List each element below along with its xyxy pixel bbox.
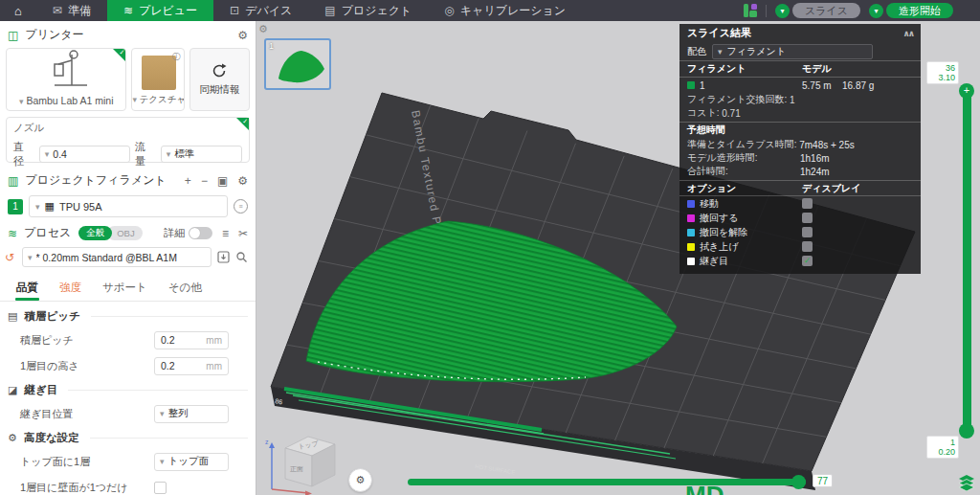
prep-time-label: 準備とタイムラプス時間: (687, 138, 796, 151)
seam-color-swatch (687, 258, 695, 265)
retract-color-swatch (687, 214, 695, 222)
slider-settings-icon[interactable]: ⚙ (348, 468, 372, 492)
process-tune-icon[interactable]: ✂ (238, 227, 248, 240)
cost-value: 0.71 (722, 108, 740, 119)
one-wall-top-select[interactable]: ▾ トップ面 (154, 453, 229, 471)
tab-device[interactable]: ⊡ デバイス (213, 0, 308, 21)
column-model: モデル (802, 62, 832, 76)
tab-strength[interactable]: 強度 (49, 278, 92, 301)
printer-settings-gear-icon[interactable]: ⚙ (237, 29, 248, 42)
printer-cards: ✓ ▾ Bambu Lab A1 mini ⓘ ▾ テクスチャ... (0, 46, 256, 111)
filament-icon: ▥ (8, 174, 18, 188)
topbar-separator (766, 5, 767, 17)
build-plate-select-card[interactable]: ⓘ ▾ テクスチャ... (131, 48, 184, 111)
home-icon[interactable]: ⌂ (0, 4, 36, 18)
seam-section-title: 継ぎ目 (24, 383, 57, 397)
save-preset-icon[interactable] (217, 251, 230, 263)
wipe-color-swatch (687, 243, 695, 251)
settings-sidebar: ◫ プリンター ⚙ ✓ ▾ Bambu Lab A1 mini (0, 21, 256, 495)
tab-calibration[interactable]: ◎ キャリブレーション (428, 0, 582, 21)
seam-display-checkbox[interactable]: ✓ (802, 256, 813, 266)
view-cube[interactable]: トップ 正面 (285, 437, 335, 486)
tab-others[interactable]: その他 (158, 278, 212, 301)
flow-select[interactable]: ▾ 標準 (161, 146, 242, 163)
remove-filament-icon[interactable]: − (201, 174, 208, 188)
seam-position-select[interactable]: ▾ 整列 (154, 405, 229, 423)
slice-result-title: スライス結果 (687, 26, 751, 40)
move-slider-handle[interactable] (791, 475, 806, 489)
first-layer-height-input[interactable]: 0.2 mm (154, 357, 229, 375)
tab-device-label: デバイス (245, 3, 292, 19)
print-dropdown-icon[interactable]: ▾ (869, 4, 883, 18)
nozzle-diameter-select[interactable]: ▾ 0.4 (39, 146, 130, 163)
layer-slider-top-handle[interactable]: + (959, 83, 974, 99)
plate-layout-icon[interactable] (744, 4, 757, 17)
prepare-icon: ✉ (53, 4, 62, 17)
layer-slider-bottom-handle[interactable] (959, 423, 974, 439)
layers-view-icon[interactable] (957, 474, 976, 491)
unretract-display-checkbox[interactable] (802, 227, 813, 237)
printer-section-header: ◫ プリンター ⚙ (0, 21, 256, 46)
add-filament-icon[interactable]: + (185, 174, 191, 188)
chevron-down-icon: ▾ (160, 409, 165, 418)
tab-quality[interactable]: 品質 (6, 278, 49, 301)
color-scheme-select[interactable]: ▾ フィラメント (712, 44, 873, 59)
sync-filament-list-icon[interactable]: ▣ (217, 174, 228, 188)
device-icon: ⊡ (230, 4, 239, 17)
process-list-icon[interactable]: ≡ (222, 227, 229, 240)
viewport-settings-gear-icon[interactable]: ⚙ (258, 23, 268, 35)
travel-display-checkbox[interactable] (802, 198, 813, 209)
advanced-toggle[interactable] (189, 227, 212, 239)
filament-settings-gear-icon[interactable]: ⚙ (237, 174, 248, 188)
total-time-value: 1h24m (800, 167, 830, 177)
chevron-down-icon: ▾ (167, 149, 171, 159)
plate-info-icon[interactable]: ⓘ (172, 51, 181, 63)
scope-objects-pill[interactable]: OBJ (107, 226, 142, 240)
filament-select[interactable]: ▾ ▦ TPU 95A (29, 195, 228, 217)
total-time-label: 合計時間: (687, 165, 800, 178)
tab-project[interactable]: ▤ プロジェクト (308, 0, 428, 21)
print-start-button[interactable]: 造形開始 (886, 3, 953, 18)
advanced-section-icon: ⚙ (8, 432, 17, 444)
bottom-layer-number: 1 (930, 438, 955, 447)
slice-button[interactable]: スライス (792, 3, 860, 18)
tab-preview[interactable]: ≋ プレビュー (107, 0, 213, 21)
plate-thumbnail[interactable]: 1 (264, 38, 331, 90)
wipe-display-checkbox[interactable] (802, 241, 813, 252)
calibration-icon: ◎ (444, 4, 454, 17)
layer-slider-bottom-label: 1 0.20 (926, 436, 959, 459)
move-slider-track[interactable] (408, 479, 806, 485)
layer-slider-track[interactable] (963, 91, 971, 433)
filament-row: 1 ▾ ▦ TPU 95A ≡ (0, 191, 256, 219)
scope-global-pill[interactable]: 全般 (78, 226, 112, 240)
plate-thumbnail-model (266, 40, 329, 88)
process-section-title: プロセス (24, 225, 71, 241)
wipe-label: 拭き上げ (700, 240, 738, 254)
tab-prepare[interactable]: ✉ 準備 (36, 0, 107, 21)
prep-time-value: 7m48s + 25s (799, 140, 855, 150)
collapse-panel-icon[interactable]: ∧∧ (902, 29, 913, 38)
layer-height-unit: mm (206, 335, 222, 346)
search-preset-icon[interactable] (235, 251, 248, 263)
filament-edit-icon[interactable]: ≡ (234, 199, 248, 214)
tab-support[interactable]: サポート (92, 278, 158, 301)
printer-select-card[interactable]: ✓ ▾ Bambu Lab A1 mini (6, 48, 126, 111)
printer-icon: ◫ (8, 29, 18, 42)
view-cube-front-label: 正面 (290, 465, 303, 473)
plate-select-chevron-icon: ▾ (132, 95, 137, 104)
first-layer-height-label: 1層目の高さ (20, 359, 154, 373)
advanced-section-title: 高度な設定 (24, 431, 79, 445)
process-preset-select[interactable]: ▾ * 0.20mm Standard @BBL A1M (22, 247, 212, 267)
filament-section-header: ▥ プロジェクトフィラメント + − ▣ ⚙ (0, 167, 256, 191)
one-wall-first-layer-checkbox[interactable] (154, 482, 167, 494)
layer-height-input[interactable]: 0.2 mm (154, 331, 229, 349)
sync-info-button[interactable]: 同期情報 (189, 48, 250, 111)
filament-slot-badge: 1 (8, 199, 23, 214)
reset-preset-icon[interactable]: ↺ (5, 251, 16, 264)
retract-display-checkbox[interactable] (802, 213, 813, 223)
column-display: ディスプレイ (802, 182, 860, 195)
nozzle-diameter-value: 0.4 (53, 148, 67, 160)
process-preset-row: ↺ ▾ * 0.20mm Standard @BBL A1M (0, 243, 256, 269)
filament-color-swatch (687, 81, 695, 89)
slice-dropdown-icon[interactable]: ▾ (775, 4, 790, 18)
